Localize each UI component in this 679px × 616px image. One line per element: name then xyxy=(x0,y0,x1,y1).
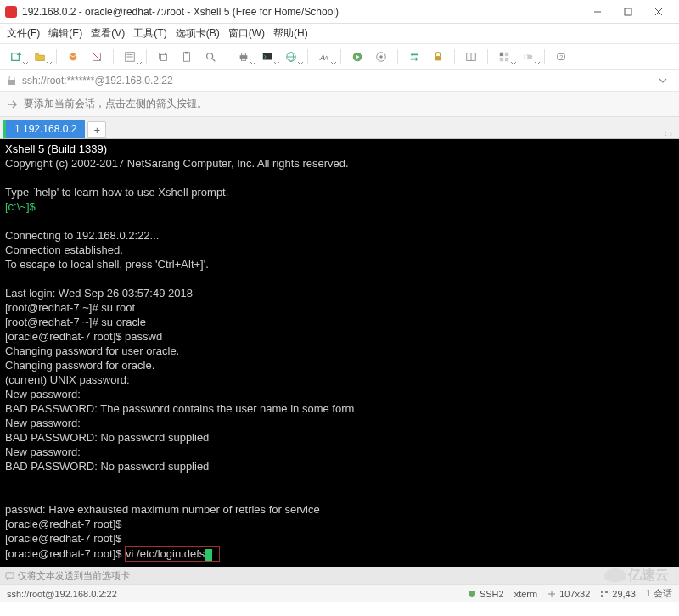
svg-text:?: ? xyxy=(559,53,563,59)
lock-button[interactable] xyxy=(427,47,449,67)
transfer-button[interactable] xyxy=(403,47,425,67)
term-line: [oracle@redhat-7 root]$ xyxy=(5,532,122,545)
term-line: Connecting to 192.168.0.2:22... xyxy=(5,229,159,242)
svg-rect-1 xyxy=(625,8,631,15)
separator xyxy=(56,49,57,64)
term-line: Xshell 5 (Build 1339) xyxy=(5,143,107,155)
svg-rect-35 xyxy=(505,52,508,55)
term-command-box: vi /etc/login.defs xyxy=(125,546,219,562)
term-line: Last login: Wed Sep 26 03:57:49 2018 xyxy=(5,287,193,300)
svg-rect-20 xyxy=(241,53,245,55)
tab-strip: 1 192.168.0.2 + ‹ › xyxy=(0,117,679,139)
status-ssh-label: SSH2 xyxy=(480,589,504,599)
address-bar[interactable]: ssh://root:*******@192.168.0.2:22 xyxy=(0,70,679,92)
term-line: [root@redhat-7 ~]# su root xyxy=(5,301,135,314)
font-button[interactable]: AA xyxy=(313,47,335,67)
term-line: [oracle@redhat-7 root]$ passwd xyxy=(5,330,162,343)
status-pos: 29,43 xyxy=(600,589,636,599)
svg-rect-43 xyxy=(6,572,14,577)
copy-button[interactable] xyxy=(152,47,174,67)
separator xyxy=(454,49,455,64)
watermark: 亿速云 xyxy=(604,567,669,585)
help-button[interactable]: ? xyxy=(550,47,572,67)
term-line: [oracle@redhat-7 root]$ xyxy=(5,518,122,530)
menu-tools[interactable]: 工具(T) xyxy=(133,26,166,41)
term-line: passwd: Have exhausted maximum number of… xyxy=(5,503,320,516)
cursor-icon xyxy=(205,549,212,561)
status-connection: ssh://root@192.168.0.2:22 xyxy=(7,589,117,599)
toggle-button[interactable] xyxy=(517,47,539,67)
separator xyxy=(113,49,114,64)
menu-tabs[interactable]: 选项卡(B) xyxy=(176,26,220,41)
status-sessions: 1 会话 xyxy=(646,587,672,600)
separator xyxy=(487,49,488,64)
term-prompt-line: [oracle@redhat-7 root]$ vi /etc/login.de… xyxy=(5,547,220,560)
term-line: Copyright (c) 2002-2017 NetSarang Comput… xyxy=(5,157,349,170)
script-button[interactable] xyxy=(346,47,368,67)
svg-line-18 xyxy=(212,58,216,61)
layout-button[interactable] xyxy=(460,47,482,67)
svg-rect-44 xyxy=(601,591,603,593)
terminal[interactable]: Xshell 5 (Build 1339) Copyright (c) 2002… xyxy=(0,139,679,567)
status-pos-label: 29,43 xyxy=(612,589,636,599)
status-term: xterm xyxy=(514,589,538,599)
term-line: Connection established. xyxy=(5,244,123,256)
chevron-down-icon[interactable] xyxy=(659,76,667,85)
close-button[interactable] xyxy=(643,3,674,21)
cursor-pos-icon xyxy=(600,590,609,598)
separator xyxy=(227,49,227,64)
tools-button[interactable] xyxy=(370,47,392,67)
watermark-text: 亿速云 xyxy=(628,567,669,585)
separator xyxy=(397,49,398,64)
svg-point-39 xyxy=(524,54,527,58)
terminal-button[interactable] xyxy=(256,47,278,67)
reconnect-button[interactable] xyxy=(62,47,84,67)
status-bar: ssh://root@192.168.0.2:22 SSH2 xterm 107… xyxy=(0,584,679,602)
svg-rect-45 xyxy=(601,595,603,597)
tab-session-1[interactable]: 1 192.168.0.2 xyxy=(3,120,85,138)
minimize-button[interactable] xyxy=(582,3,613,21)
status-size: 107x32 xyxy=(547,589,590,599)
menu-bar: 文件(F) 编辑(E) 查看(V) 工具(T) 选项卡(B) 窗口(W) 帮助(… xyxy=(0,24,679,44)
view-button[interactable] xyxy=(493,47,515,67)
term-line: Type `help' to learn how to use Xshell p… xyxy=(5,186,228,199)
term-line: [root@redhat-7 ~]# su oracle xyxy=(5,316,146,328)
open-button[interactable] xyxy=(29,47,51,67)
find-button[interactable] xyxy=(199,47,222,67)
svg-point-30 xyxy=(379,55,383,59)
disconnect-button[interactable] xyxy=(86,47,108,67)
arrow-add-icon[interactable] xyxy=(7,98,19,110)
tab-label: 1 192.168.0.2 xyxy=(14,123,76,135)
address-text: ssh://root:*******@192.168.0.2:22 xyxy=(22,75,659,87)
tab-nav[interactable]: ‹ › xyxy=(661,129,676,138)
print-button[interactable] xyxy=(233,47,255,67)
menu-help[interactable]: 帮助(H) xyxy=(273,26,308,41)
menu-view[interactable]: 查看(V) xyxy=(91,26,125,41)
menu-window[interactable]: 窗口(W) xyxy=(228,26,265,41)
term-prompt: [c:\~]$ xyxy=(5,200,36,213)
cloud-icon xyxy=(604,568,626,582)
svg-text:A: A xyxy=(323,54,328,60)
svg-rect-34 xyxy=(500,52,503,55)
menu-edit[interactable]: 编辑(E) xyxy=(48,26,82,41)
term-line: New password: xyxy=(5,388,81,400)
term-line: New password: xyxy=(5,417,81,429)
new-tab-button[interactable]: + xyxy=(87,121,106,138)
term-prompt: [oracle@redhat-7 root]$ xyxy=(5,547,125,560)
svg-rect-16 xyxy=(185,51,188,53)
svg-line-9 xyxy=(93,53,101,60)
svg-rect-42 xyxy=(8,80,15,85)
web-button[interactable] xyxy=(280,47,302,67)
new-session-button[interactable] xyxy=(5,47,27,67)
svg-point-17 xyxy=(207,53,213,59)
svg-rect-14 xyxy=(160,54,166,60)
properties-button[interactable] xyxy=(119,47,141,67)
menu-file[interactable]: 文件(F) xyxy=(7,26,40,41)
maximize-button[interactable] xyxy=(613,3,643,21)
paste-button[interactable] xyxy=(176,47,198,67)
title-bar: 192.168.0.2 - oracle@redhat-7:/root - Xs… xyxy=(0,0,679,24)
window-title: 192.168.0.2 - oracle@redhat-7:/root - Xs… xyxy=(22,6,582,18)
term-line: To escape to local shell, press 'Ctrl+Al… xyxy=(5,258,209,271)
svg-rect-22 xyxy=(263,53,272,59)
svg-rect-21 xyxy=(241,58,245,60)
